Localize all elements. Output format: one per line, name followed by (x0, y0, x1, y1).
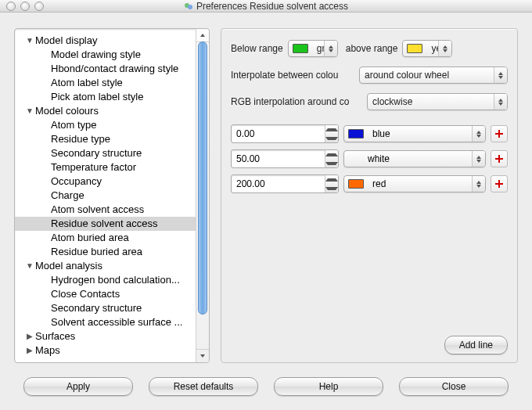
disclosure-down-icon[interactable]: ▼ (26, 34, 34, 48)
tree-item[interactable]: ▶Secondary structure (15, 301, 209, 315)
apply-button[interactable]: Apply (23, 377, 133, 396)
disclosure-down-icon[interactable]: ▼ (26, 104, 34, 118)
stepper-arrows-icon (324, 41, 337, 56)
svg-rect-5 (495, 158, 503, 160)
tree-item[interactable]: ▶Solvent accessible surface ... (15, 315, 209, 329)
stepper-arrows-icon (494, 67, 507, 83)
scroll-track[interactable] (196, 41, 209, 350)
below-range-select[interactable]: gree (288, 40, 338, 57)
rgb-interp-select[interactable]: clockwise (367, 93, 508, 110)
colour-stop-row: 0.00blue (231, 124, 508, 143)
scroll-up-button[interactable] (196, 29, 209, 42)
window-title-text: Preferences Residue solvent access (196, 1, 348, 12)
disclosure-right-icon[interactable]: ▶ (26, 329, 34, 343)
tree-item[interactable]: ▶Atom buried area (15, 231, 209, 245)
svg-point-1 (188, 5, 192, 9)
stop-colour-select[interactable]: blue (343, 125, 486, 142)
help-button[interactable]: Help (274, 377, 383, 396)
tree-item[interactable]: ▶Occupancy (15, 174, 209, 189)
below-range-swatch (293, 44, 308, 53)
panel-footer: Add line (231, 329, 508, 354)
tree-item[interactable]: ▶Close Contacts (15, 287, 209, 301)
tree-item-label: Close Contacts (51, 287, 120, 301)
stop-value: 200.00 (232, 175, 325, 192)
rgb-interp-row: RGB interpolation around co clockwise (231, 93, 508, 110)
tree-item-label: Occupancy (51, 174, 102, 189)
tree-item-label: Secondary structure (51, 146, 142, 160)
stop-value-field[interactable]: 50.00 (231, 149, 339, 168)
interpolate-select[interactable]: around colour wheel (359, 67, 508, 84)
tree-item[interactable]: ▼Model display (15, 34, 209, 48)
stop-colour-select[interactable]: red (343, 175, 486, 192)
colour-stop-row: 50.00white (231, 149, 508, 168)
stepper-arrows-icon (472, 176, 485, 192)
tree-item-label: Model drawing style (51, 48, 141, 62)
tree-item[interactable]: ▶Atom label style (15, 76, 209, 90)
close-button[interactable]: Close (399, 377, 509, 396)
stop-value: 50.00 (232, 150, 325, 167)
category-tree-wrap: ▼Model display▶Model drawing style▶Hbond… (14, 28, 210, 363)
remove-icon (494, 154, 504, 164)
above-range-select[interactable]: yello (402, 40, 452, 57)
category-tree[interactable]: ▼Model display▶Model drawing style▶Hbond… (14, 28, 210, 363)
remove-line-button[interactable] (491, 175, 508, 192)
disclosure-right-icon[interactable]: ▶ (26, 343, 34, 358)
stepper-arrows-icon (472, 151, 485, 167)
tree-item-label: Maps (35, 343, 60, 358)
interpolate-label: Interpolate between colou (231, 70, 359, 81)
window-title: Preferences Residue solvent access (0, 1, 532, 12)
stepper-icon[interactable] (325, 125, 338, 142)
tree-item-label: Atom label style (51, 76, 123, 90)
stepper-icon[interactable] (325, 175, 338, 192)
tree-item-label: Hbond/contact drawing style (51, 62, 178, 76)
stop-colour-select[interactable]: white (343, 150, 486, 167)
remove-line-button[interactable] (491, 150, 508, 167)
tree-item-label: Atom solvent access (51, 203, 144, 217)
tree-item[interactable]: ▶Charge (15, 189, 209, 203)
stepper-arrows-icon (494, 94, 507, 110)
tree-item[interactable]: ▶Hbond/contact drawing style (15, 62, 209, 76)
tree-item[interactable]: ▼Model analysis (15, 259, 209, 273)
tree-item[interactable]: ▼Model colours (15, 104, 209, 118)
tree-item[interactable]: ▶Residue type (15, 132, 209, 146)
close-window-button[interactable] (6, 2, 16, 11)
tree-item[interactable]: ▶Atom solvent access (15, 203, 209, 217)
tree-item[interactable]: ▶Atom type (15, 118, 209, 132)
stop-colour-value: white (363, 153, 472, 164)
tree-item-label: Pick atom label style (51, 90, 144, 104)
minimize-window-button[interactable] (20, 2, 30, 11)
tree-item[interactable]: ▶Model drawing style (15, 48, 209, 62)
tree-item-label: Residue solvent access (51, 217, 158, 231)
zoom-window-button[interactable] (34, 2, 44, 11)
reset-defaults-button[interactable]: Reset defaults (149, 377, 258, 396)
tree-item-label: Model colours (35, 104, 99, 118)
tree-item-label: Hydrogen bond calculation... (51, 273, 180, 287)
tree-item[interactable]: ▶Pick atom label style (15, 90, 209, 104)
add-line-button[interactable]: Add line (444, 336, 508, 354)
tree-item[interactable]: ▶Surfaces (15, 329, 209, 343)
stepper-arrows-icon (472, 126, 485, 142)
disclosure-down-icon[interactable]: ▼ (26, 259, 34, 273)
scroll-thumb[interactable] (198, 41, 207, 315)
tree-item-label: Temperature factor (51, 160, 136, 174)
above-range-swatch (407, 44, 422, 53)
tree-item[interactable]: ▶Residue solvent access (15, 217, 209, 231)
tree-item-label: Charge (51, 189, 84, 203)
scroll-down-button[interactable] (196, 349, 209, 362)
tree-item[interactable]: ▶Residue buried area (15, 245, 209, 259)
window-controls (6, 2, 44, 11)
stop-value-field[interactable]: 0.00 (231, 124, 339, 143)
below-range-value: gree (312, 43, 324, 54)
tree-item[interactable]: ▶Maps (15, 343, 209, 358)
tree-item-label: Surfaces (35, 329, 75, 343)
rgb-interp-label: RGB interpolation around co (231, 96, 367, 107)
tree-item[interactable]: ▶Secondary structure (15, 146, 209, 160)
remove-line-button[interactable] (491, 125, 508, 142)
stepper-arrows-icon (438, 41, 451, 56)
tree-scrollbar[interactable] (196, 29, 209, 362)
stepper-icon[interactable] (325, 150, 338, 167)
remove-icon (494, 179, 504, 189)
tree-item[interactable]: ▶Hydrogen bond calculation... (15, 273, 209, 287)
stop-value-field[interactable]: 200.00 (231, 174, 339, 193)
tree-item[interactable]: ▶Temperature factor (15, 160, 209, 174)
